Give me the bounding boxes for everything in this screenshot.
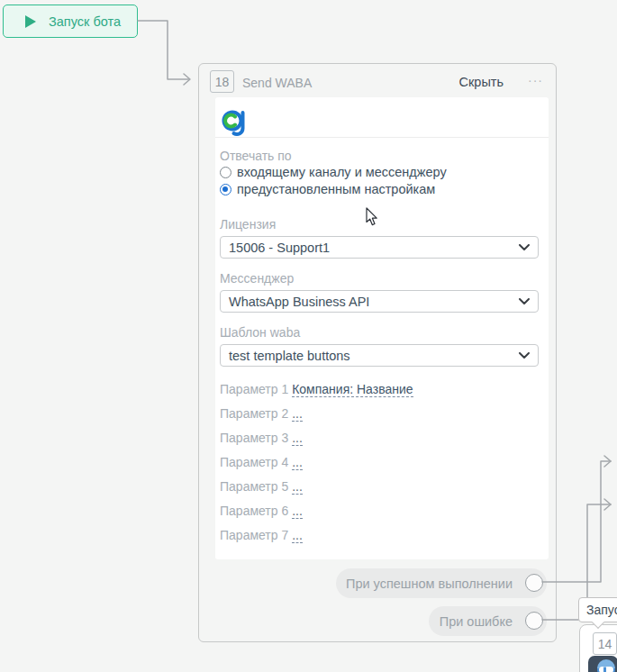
messenger-select[interactable]: WhatsApp Business API bbox=[220, 290, 539, 313]
start-bot-node[interactable]: Запуск бота bbox=[3, 5, 138, 38]
messenger-label: Мессенджер bbox=[220, 271, 539, 286]
param-value-link[interactable]: ... bbox=[292, 504, 303, 519]
waba-template-label: Шаблон waba bbox=[220, 325, 539, 341]
flow-canvas: Запуск бота 18 Send WABA Скрыть ··· Отве… bbox=[0, 0, 617, 672]
waba-template-select[interactable]: test template buttons bbox=[220, 344, 539, 367]
param-row: Параметр 5 ... bbox=[220, 480, 539, 493]
param-label: Параметр 4 bbox=[220, 455, 288, 469]
param-value-link[interactable]: ... bbox=[292, 479, 303, 495]
param-label: Параметр 5 bbox=[220, 479, 288, 494]
license-select-value: 15006 - Support1 bbox=[229, 241, 330, 255]
param-value-link[interactable]: ... bbox=[292, 455, 303, 470]
i2crm-logo-icon bbox=[220, 104, 248, 138]
param-label: Параметр 6 bbox=[220, 504, 288, 518]
param-row: Параметр 3 ... bbox=[220, 431, 539, 444]
param-value-link[interactable]: ... bbox=[292, 528, 303, 543]
radio-option-incoming-channel[interactable]: входящему каналу и мессенджеру bbox=[220, 164, 539, 181]
param-row: Параметр 4 ... bbox=[220, 456, 539, 468]
arrowhead-icon bbox=[604, 456, 611, 467]
chevron-down-icon bbox=[519, 244, 530, 251]
param-value-link[interactable]: ... bbox=[292, 406, 303, 422]
license-select[interactable]: 15006 - Support1 bbox=[220, 236, 539, 259]
app-logo-row bbox=[215, 97, 549, 138]
param-label: Параметр 3 bbox=[220, 431, 288, 445]
start-bot-label: Запуск бота bbox=[49, 14, 121, 29]
arrowhead-icon bbox=[604, 499, 611, 510]
messenger-select-value: WhatsApp Business API bbox=[229, 295, 369, 309]
radio-unchecked-icon[interactable] bbox=[220, 167, 231, 178]
param-row: Параметр 1 Компания: Название bbox=[220, 383, 539, 395]
radio-option-label: предустановленным настройкам bbox=[237, 181, 435, 198]
waba-template-select-value: test template buttons bbox=[229, 349, 350, 363]
error-connector-port[interactable] bbox=[525, 612, 543, 630]
success-connector-port[interactable] bbox=[525, 574, 543, 592]
output-success-pill: При успешном выполнении bbox=[336, 568, 547, 598]
mouse-cursor-icon bbox=[366, 207, 380, 227]
chevron-down-icon bbox=[519, 298, 530, 305]
messenger-app-icon bbox=[588, 656, 617, 672]
radio-option-label: входящему каналу и мессенджеру bbox=[237, 164, 447, 181]
send-waba-node[interactable]: 18 Send WABA Скрыть ··· Отвечать по вход… bbox=[198, 63, 557, 642]
node-title: Send WABA bbox=[242, 76, 312, 90]
arrowhead-icon bbox=[184, 74, 190, 85]
param-row: Параметр 2 ... bbox=[220, 407, 539, 420]
param-label: Параметр 1 bbox=[220, 382, 288, 396]
param-value-link[interactable]: ... bbox=[292, 431, 303, 446]
radio-option-preset-settings[interactable]: предустановленным настройкам bbox=[220, 181, 539, 198]
param-row: Параметр 7 ... bbox=[220, 529, 539, 541]
node-number-badge: 14 bbox=[593, 632, 617, 655]
param-label: Параметр 2 bbox=[220, 406, 288, 421]
reply-by-label: Отвечать по bbox=[220, 149, 539, 164]
param-row: Параметр 6 ... bbox=[220, 504, 539, 517]
hide-node-button[interactable]: Скрыть bbox=[459, 75, 504, 89]
radio-checked-icon[interactable] bbox=[220, 184, 231, 195]
play-icon bbox=[25, 15, 36, 28]
chevron-down-icon bbox=[519, 352, 530, 359]
wire-start-to-node bbox=[138, 21, 189, 79]
param-label: Параметр 7 bbox=[220, 528, 288, 542]
node-number-badge: 18 bbox=[210, 70, 234, 93]
neighbor-node-14[interactable]: 14 bbox=[579, 624, 617, 672]
node-settings-card: Отвечать по входящему каналу и мессендже… bbox=[215, 97, 549, 559]
node-menu-button[interactable]: ··· bbox=[528, 73, 543, 87]
param-value-link[interactable]: Компания: Название bbox=[292, 382, 413, 397]
